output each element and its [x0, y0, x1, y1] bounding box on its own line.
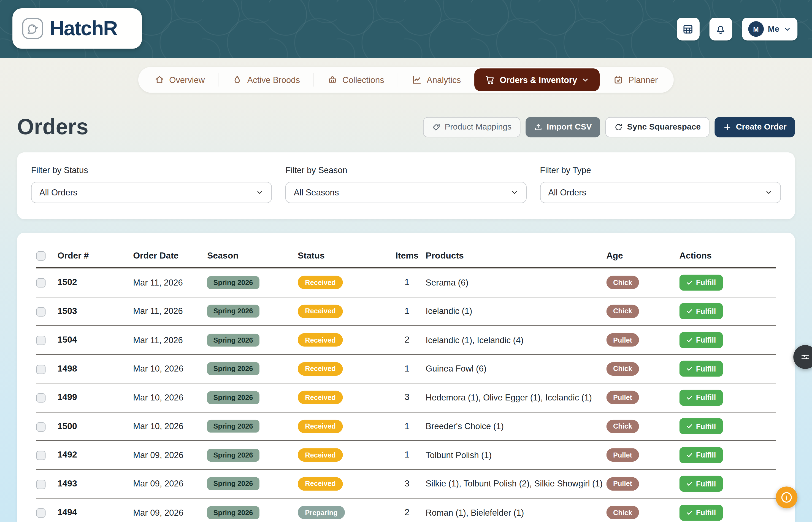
- fulfill-button[interactable]: Fulfill: [680, 447, 723, 463]
- type-filter-select[interactable]: All Orders: [540, 182, 781, 203]
- items-count: 3: [388, 393, 425, 403]
- nav-label: Orders & Inventory: [500, 75, 577, 85]
- notifications-button[interactable]: [709, 18, 732, 41]
- nav-item-analytics[interactable]: Analytics: [398, 68, 474, 91]
- fulfill-label: Fulfill: [696, 365, 716, 373]
- status-badge: Received: [298, 477, 343, 490]
- items-count: 3: [388, 479, 425, 489]
- user-menu[interactable]: M Me: [742, 18, 798, 41]
- fulfill-button[interactable]: Fulfill: [680, 476, 723, 492]
- brand-name: HatchR: [49, 17, 117, 40]
- nav-label: Planner: [628, 75, 658, 85]
- products-list: Breeder's Choice (1): [425, 421, 606, 431]
- order-number: 1499: [58, 393, 133, 403]
- table-row: 1499Mar 10, 2026Spring 2026Received3Hede…: [36, 383, 776, 412]
- nav-item-active-broods[interactable]: Active Broods: [219, 68, 313, 91]
- season-badge: Spring 2026: [207, 420, 259, 433]
- nav-item-overview[interactable]: Overview: [141, 68, 218, 91]
- season-badge: Spring 2026: [207, 305, 259, 318]
- products-list: Icelandic (1), Icelandic (4): [425, 335, 606, 345]
- row-checkbox[interactable]: [36, 422, 46, 431]
- age-badge: Pullet: [606, 448, 639, 462]
- main-nav: Overview Active Broods Collections Analy…: [138, 67, 674, 93]
- order-date: Mar 09, 2026: [133, 450, 207, 460]
- fulfill-button[interactable]: Fulfill: [680, 332, 723, 348]
- season-badge: Spring 2026: [207, 276, 259, 289]
- table-row: 1500Mar 10, 2026Spring 2026Received1Bree…: [36, 412, 776, 441]
- order-date: Mar 11, 2026: [133, 278, 207, 287]
- fulfill-button[interactable]: Fulfill: [680, 418, 723, 434]
- avatar: M: [748, 21, 764, 37]
- product-mappings-button[interactable]: Product Mappings: [423, 117, 520, 137]
- side-panel-toggle-button[interactable]: [793, 345, 812, 369]
- select-value: All Orders: [548, 188, 586, 198]
- header-actions: M Me: [677, 18, 797, 41]
- fulfill-button[interactable]: Fulfill: [680, 389, 723, 405]
- tag-icon: [432, 123, 441, 132]
- page-head: Orders Product Mappings Import CSV Sync …: [17, 116, 795, 138]
- select-all-checkbox[interactable]: [36, 252, 46, 261]
- nav-item-collections[interactable]: Collections: [314, 68, 398, 91]
- calendar-check-icon: [613, 75, 624, 85]
- sync-squarespace-button[interactable]: Sync Squarespace: [605, 117, 709, 137]
- calendar-button[interactable]: [677, 18, 700, 41]
- row-checkbox[interactable]: [36, 393, 46, 403]
- items-count: 1: [388, 421, 425, 431]
- status-badge: Received: [298, 391, 343, 404]
- items-count: 1: [388, 306, 425, 317]
- page-title: Orders: [17, 116, 88, 138]
- filter-label: Filter by Season: [285, 165, 526, 175]
- nav-label: Active Broods: [247, 75, 300, 85]
- col-items: Items: [388, 250, 425, 261]
- order-number: 1503: [58, 306, 133, 317]
- order-number: 1504: [58, 335, 133, 345]
- nav-item-orders-inventory[interactable]: Orders & Inventory: [474, 68, 600, 91]
- fulfill-button[interactable]: Fulfill: [680, 275, 723, 290]
- user-label: Me: [768, 24, 779, 34]
- status-badge: Received: [298, 276, 343, 289]
- age-badge: Chick: [606, 362, 639, 376]
- import-csv-button[interactable]: Import CSV: [525, 117, 600, 137]
- info-icon: [780, 490, 793, 504]
- status-filter-select[interactable]: All Orders: [31, 182, 272, 203]
- create-order-button[interactable]: Create Order: [715, 117, 795, 137]
- row-checkbox[interactable]: [36, 307, 46, 316]
- row-checkbox[interactable]: [36, 508, 46, 518]
- help-info-button[interactable]: [776, 486, 797, 508]
- fulfill-button[interactable]: Fulfill: [680, 505, 723, 521]
- fulfill-label: Fulfill: [696, 480, 716, 488]
- fulfill-button[interactable]: Fulfill: [680, 361, 723, 377]
- nav-item-planner[interactable]: Planner: [600, 68, 671, 91]
- row-checkbox[interactable]: [36, 336, 46, 345]
- plus-icon: [723, 123, 732, 132]
- order-date: Mar 09, 2026: [133, 479, 207, 489]
- items-count: 1: [388, 450, 425, 460]
- filter-card: Filter by Status All Orders Filter by Se…: [17, 153, 795, 219]
- age-badge: Chick: [606, 420, 639, 433]
- season-filter-select[interactable]: All Seasons: [285, 182, 526, 203]
- col-season: Season: [207, 250, 298, 261]
- products-list: Serama (6): [425, 278, 606, 287]
- check-icon: [686, 394, 693, 401]
- row-checkbox[interactable]: [36, 365, 46, 374]
- check-icon: [686, 308, 693, 315]
- age-badge: Pullet: [606, 477, 639, 490]
- row-checkbox[interactable]: [36, 278, 46, 288]
- season-badge: Spring 2026: [207, 362, 259, 375]
- col-status: Status: [298, 250, 388, 261]
- check-icon: [686, 480, 693, 487]
- table-row: 1492Mar 09, 2026Spring 2026Received1Tolb…: [36, 441, 776, 470]
- button-label: Product Mappings: [445, 122, 512, 132]
- check-icon: [686, 337, 693, 343]
- brand-logo[interactable]: HatchR: [13, 8, 142, 49]
- products-list: Icelandic (1): [425, 306, 606, 316]
- status-badge: Received: [298, 304, 343, 318]
- items-count: 1: [388, 363, 425, 374]
- button-label: Import CSV: [547, 122, 592, 132]
- order-number: 1502: [58, 277, 133, 288]
- fulfill-label: Fulfill: [696, 278, 716, 287]
- fulfill-label: Fulfill: [696, 393, 716, 402]
- fulfill-button[interactable]: Fulfill: [680, 303, 723, 319]
- row-checkbox[interactable]: [36, 451, 46, 460]
- row-checkbox[interactable]: [36, 480, 46, 489]
